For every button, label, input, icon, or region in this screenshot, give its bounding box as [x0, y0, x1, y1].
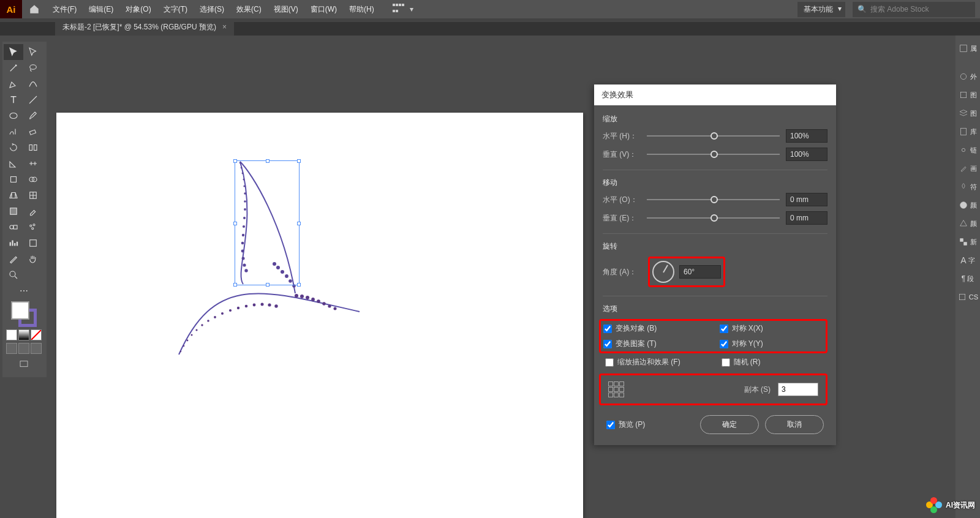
ok-button[interactable]: 确定	[700, 415, 759, 434]
menu-select[interactable]: 选择(S)	[194, 0, 230, 18]
edit-toolbar[interactable]: ⋯	[4, 283, 44, 299]
home-icon[interactable]	[22, 4, 47, 15]
cancel-button[interactable]: 取消	[765, 415, 824, 434]
random-checkbox[interactable]: 随机 (R)	[722, 357, 826, 367]
svg-rect-66	[960, 92, 966, 97]
rail-swatches[interactable]: 新	[956, 233, 980, 251]
svg-point-52	[253, 304, 256, 307]
scale-v-input[interactable]	[786, 148, 827, 161]
gradient-mode[interactable]	[18, 329, 29, 340]
pen-tool[interactable]	[4, 76, 23, 92]
dialog-title: 变换效果	[594, 84, 836, 105]
symbol-sprayer-tool[interactable]	[23, 219, 43, 235]
menu-window[interactable]: 窗口(W)	[304, 0, 343, 18]
shaper-tool[interactable]	[4, 124, 23, 140]
slice-tool[interactable]	[4, 251, 23, 267]
selection-tool[interactable]	[4, 44, 23, 60]
paintbrush-tool[interactable]	[23, 108, 43, 124]
tab-close-icon[interactable]: ×	[222, 23, 227, 31]
dropdown-caret-icon[interactable]: ▾	[410, 5, 413, 13]
hand-tool[interactable]	[23, 251, 43, 267]
column-graph-tool[interactable]	[4, 235, 23, 251]
shape-builder-tool[interactable]	[23, 171, 43, 187]
svg-rect-67	[960, 129, 966, 135]
svg-point-62	[328, 304, 331, 307]
reflect-tool[interactable]	[23, 140, 43, 156]
menu-edit[interactable]: 编辑(E)	[83, 0, 119, 18]
rotate-tool[interactable]	[4, 140, 23, 156]
reference-point[interactable]	[608, 381, 624, 397]
copies-input[interactable]	[778, 383, 818, 396]
fill-stroke-swatch[interactable]	[11, 301, 37, 327]
menu-help[interactable]: 帮助(H)	[343, 0, 380, 18]
transform-objects-checkbox[interactable]: 变换对象 (B)	[603, 323, 707, 334]
rail-color-guide[interactable]: 颜	[956, 214, 980, 233]
arrange-docs-icon[interactable]	[393, 4, 406, 15]
menu-effect[interactable]: 效果(C)	[230, 0, 268, 18]
color-mode[interactable]	[6, 329, 17, 340]
scale-strokes-checkbox[interactable]: 缩放描边和效果 (F)	[605, 357, 709, 367]
eraser-tool[interactable]	[23, 124, 43, 140]
menu-type[interactable]: 文字(T)	[157, 0, 194, 18]
draw-inside[interactable]	[31, 343, 42, 354]
angle-dial[interactable]	[652, 261, 674, 283]
scale-tool[interactable]	[4, 156, 23, 171]
rail-appearance[interactable]: 外	[956, 67, 980, 86]
lasso-tool[interactable]	[23, 60, 43, 76]
rail-libraries[interactable]: 库	[956, 122, 980, 141]
svg-point-12	[30, 225, 32, 227]
width-tool[interactable]	[23, 156, 43, 171]
eyedropper-tool[interactable]	[23, 203, 43, 219]
svg-point-41	[183, 345, 185, 347]
ellipse-tool[interactable]	[4, 108, 23, 124]
none-mode[interactable]	[31, 329, 42, 340]
angle-input[interactable]	[679, 265, 721, 279]
mesh-tool[interactable]	[23, 187, 43, 203]
perspective-grid-tool[interactable]	[4, 187, 23, 203]
scale-v-slider[interactable]	[647, 149, 780, 159]
zoom-tool[interactable]	[4, 267, 23, 283]
rail-graphic-styles[interactable]: 图	[956, 86, 980, 104]
rail-character[interactable]: A字	[956, 251, 980, 269]
rail-paragraph[interactable]: ¶段	[956, 269, 980, 288]
line-tool[interactable]	[23, 92, 43, 108]
rail-symbols[interactable]: 符	[956, 178, 980, 196]
svg-point-40	[180, 351, 181, 352]
screen-mode[interactable]	[4, 356, 44, 372]
free-transform-tool[interactable]	[4, 171, 23, 187]
rail-links[interactable]: 链	[956, 141, 980, 159]
menu-object[interactable]: 对象(O)	[119, 0, 157, 18]
reflect-y-checkbox[interactable]: 对称 Y(Y)	[720, 339, 824, 349]
selection-bounds[interactable]	[235, 160, 300, 285]
workspace-switcher[interactable]: 基本功能	[797, 2, 845, 17]
move-h-slider[interactable]	[647, 195, 780, 205]
rail-properties[interactable]: 属	[956, 39, 980, 58]
rail-css[interactable]: CS	[956, 288, 980, 306]
draw-normal[interactable]	[6, 343, 17, 354]
direct-selection-tool[interactable]	[23, 44, 43, 60]
menu-file[interactable]: 文件(F)	[47, 0, 83, 18]
blend-tool[interactable]	[4, 219, 23, 235]
stock-search[interactable]: 🔍 搜索 Adobe Stock	[853, 2, 975, 17]
transform-patterns-checkbox[interactable]: 变换图案 (T)	[603, 339, 707, 349]
rail-layers[interactable]: 图	[956, 104, 980, 122]
preview-checkbox[interactable]: 预览 (P)	[606, 419, 645, 430]
type-tool[interactable]	[4, 92, 23, 108]
move-h-input[interactable]	[786, 193, 827, 206]
scale-h-slider[interactable]	[647, 131, 780, 141]
scale-h-input[interactable]	[786, 129, 827, 143]
move-v-input[interactable]	[786, 211, 827, 225]
menu-view[interactable]: 视图(V)	[268, 0, 304, 18]
gradient-tool[interactable]	[4, 203, 23, 219]
reflect-x-checkbox[interactable]: 对称 X(X)	[720, 323, 824, 334]
draw-behind[interactable]	[18, 343, 29, 354]
curvature-tool[interactable]	[23, 76, 43, 92]
scale-v-label: 垂直 (V)：	[603, 149, 647, 160]
artboard[interactable]	[56, 113, 583, 518]
rail-color[interactable]: 颜	[956, 196, 980, 214]
move-v-slider[interactable]	[647, 213, 780, 223]
magic-wand-tool[interactable]	[4, 60, 23, 76]
artboard-tool[interactable]	[23, 235, 43, 251]
rail-brushes[interactable]: 画	[956, 159, 980, 178]
fill-swatch[interactable]	[11, 301, 29, 320]
